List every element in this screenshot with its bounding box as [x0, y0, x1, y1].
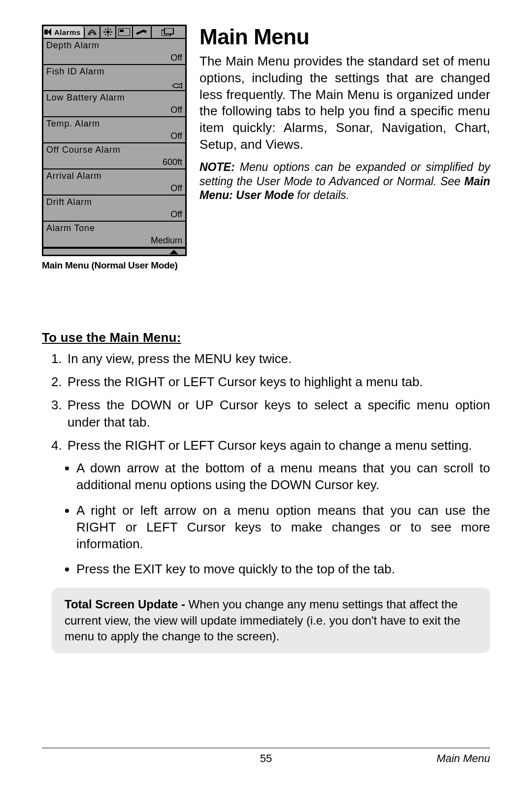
tab-setup	[133, 26, 152, 38]
svg-line-5	[105, 29, 106, 30]
tip-title: Total Screen Update -	[65, 598, 189, 611]
scroll-down-indicator	[43, 248, 185, 255]
sun-icon	[103, 28, 112, 36]
svg-line-7	[105, 34, 106, 35]
tab-alarms: Alarms	[43, 26, 85, 38]
menu-item-low-battery-alarm: Low Battery Alarm Off	[43, 91, 185, 117]
menu-label: Alarm Tone	[46, 223, 182, 233]
svg-point-0	[106, 31, 109, 33]
device-caption: Main Menu (Normal User Mode)	[42, 260, 200, 271]
bullets-list: A down arrow at the bottom of a menu mea…	[42, 460, 490, 578]
step-item: In any view, press the MENU key twice.	[66, 350, 490, 367]
menu-label: Temp. Alarm	[46, 119, 182, 129]
speaker-icon	[44, 28, 53, 36]
svg-rect-12	[165, 28, 173, 34]
device-tab-bar: Alarms	[43, 26, 185, 39]
svg-line-8	[110, 29, 111, 30]
tab-navigation	[100, 26, 116, 38]
views-icon	[162, 28, 175, 36]
menu-value: Off	[170, 209, 182, 220]
step-item: Press the RIGHT or LEFT Cursor keys to h…	[66, 373, 490, 391]
bullet-item: Press the EXIT key to move quickly to th…	[76, 561, 490, 578]
subheading: To use the Main Menu:	[42, 330, 490, 345]
menu-label: Off Course Alarm	[46, 145, 182, 155]
menu-item-alarm-tone: Alarm Tone Medium	[43, 222, 185, 248]
menu-value: Medium	[151, 235, 182, 246]
menu-item-off-course-alarm: Off Course Alarm 600ft	[43, 143, 185, 169]
sonar-icon	[87, 28, 98, 36]
page-footer: 55 Main Menu	[42, 748, 490, 765]
footer-section: Main Menu	[436, 752, 490, 765]
note-label: NOTE:	[200, 161, 235, 173]
svg-rect-10	[120, 30, 124, 32]
menu-label: Depth Alarm	[46, 40, 182, 51]
menu-value: Off	[170, 105, 182, 115]
page-title: Main Menu	[200, 25, 490, 49]
step-item: Press the DOWN or UP Cursor keys to sele…	[66, 397, 490, 431]
menu-label: Drift Alarm	[46, 197, 182, 207]
wrench-icon	[135, 28, 149, 36]
menu-item-temp-alarm: Temp. Alarm Off	[43, 117, 185, 143]
menu-item-fish-id-alarm: Fish ID Alarm	[43, 65, 185, 91]
device-screenshot: Alarms Depth Alarm	[42, 25, 200, 271]
fish-icon	[171, 82, 182, 89]
bullet-item: A down arrow at the bottom of a menu mea…	[76, 460, 490, 494]
note-body: Menu options can be expanded or simplifi…	[200, 161, 490, 188]
step-item: Press the RIGHT or LEFT Cursor keys agai…	[66, 437, 490, 454]
tab-chart	[116, 26, 133, 38]
intro-paragraph: The Main Menu provides the standard set …	[200, 53, 490, 153]
menu-value: 600ft	[163, 157, 182, 167]
steps-list: In any view, press the MENU key twice. P…	[42, 350, 490, 454]
tip-box: Total Screen Update - When you change an…	[52, 588, 490, 653]
tab-alarms-label: Alarms	[54, 28, 81, 36]
flag-icon	[118, 28, 130, 36]
menu-item-arrival-alarm: Arrival Alarm Off	[43, 169, 185, 196]
note-paragraph: NOTE: Menu options can be expanded or si…	[200, 160, 490, 202]
scroll-up-arrow-icon	[169, 250, 178, 254]
menu-label: Arrival Alarm	[46, 171, 182, 181]
menu-item-depth-alarm: Depth Alarm Off	[43, 39, 185, 65]
menu-item-drift-alarm: Drift Alarm Off	[43, 196, 185, 222]
svg-line-6	[110, 34, 111, 35]
menu-label: Low Battery Alarm	[46, 93, 182, 103]
page-number: 55	[260, 752, 272, 765]
tab-views	[152, 26, 185, 38]
menu-value: Off	[170, 183, 182, 194]
menu-label: Fish ID Alarm	[46, 66, 182, 77]
bullet-item: A right or left arrow on a menu option m…	[76, 502, 490, 552]
menu-value: Off	[170, 53, 182, 63]
tab-sonar	[85, 26, 100, 38]
menu-value: Off	[170, 131, 182, 141]
note-tail: for details.	[294, 189, 350, 201]
